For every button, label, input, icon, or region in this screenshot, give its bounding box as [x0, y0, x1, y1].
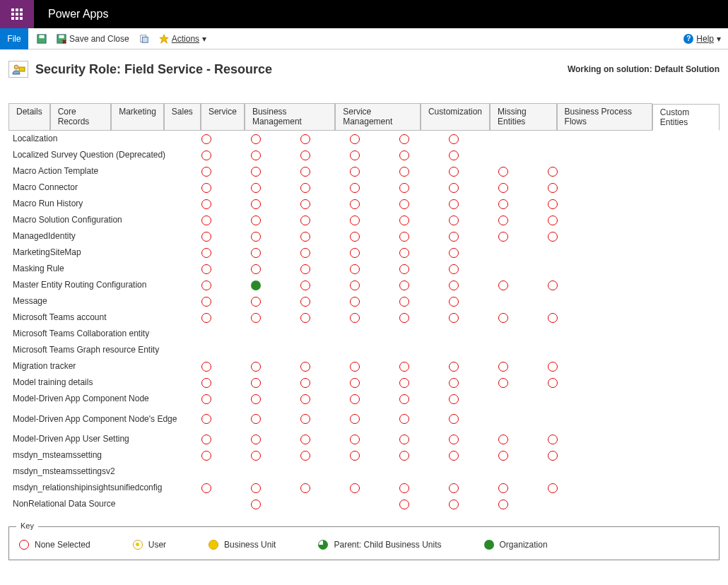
entity-name[interactable]: Microsoft Teams account — [8, 312, 182, 322]
privilege-none[interactable] — [201, 394, 211, 404]
privilege-none[interactable] — [350, 414, 360, 424]
privilege-none[interactable] — [449, 378, 459, 388]
entity-name[interactable]: Masking Rule — [8, 264, 182, 273]
entity-name[interactable]: Microsoft Teams Collaboration entity — [8, 329, 182, 338]
privilege-none[interactable] — [399, 297, 409, 307]
tab-customization[interactable]: Customization — [421, 103, 490, 130]
privilege-none[interactable] — [548, 183, 558, 193]
privilege-none[interactable] — [449, 199, 459, 209]
privilege-none[interactable] — [201, 378, 211, 388]
privilege-none[interactable] — [251, 414, 261, 424]
privilege-none[interactable] — [300, 394, 310, 404]
privilege-none[interactable] — [548, 167, 558, 177]
privilege-none[interactable] — [251, 183, 261, 193]
privilege-none[interactable] — [251, 362, 261, 372]
privilege-none[interactable] — [449, 167, 459, 177]
privilege-none[interactable] — [548, 232, 558, 242]
privilege-none[interactable] — [300, 280, 310, 290]
privilege-none[interactable] — [449, 183, 459, 193]
entity-name[interactable]: Model-Driven App User Setting — [8, 434, 182, 444]
tab-service[interactable]: Service — [201, 103, 245, 130]
privilege-none[interactable] — [399, 199, 409, 209]
entity-name[interactable]: msdyn_msteamssettingsv2 — [8, 466, 182, 476]
privilege-none[interactable] — [350, 215, 360, 225]
privilege-none[interactable] — [498, 183, 508, 193]
privilege-none[interactable] — [350, 378, 360, 388]
entity-name[interactable]: Model-Driven App Component Node — [8, 394, 182, 403]
privilege-none[interactable] — [300, 451, 310, 461]
privilege-none[interactable] — [201, 313, 211, 323]
privilege-none[interactable] — [251, 483, 261, 493]
entity-name[interactable]: Macro Run History — [8, 199, 182, 208]
privilege-none[interactable] — [399, 264, 409, 274]
privilege-none[interactable] — [449, 435, 459, 444]
privilege-none[interactable] — [449, 150, 459, 160]
toolbar-icon-button[interactable] — [139, 34, 149, 44]
privilege-none[interactable] — [251, 264, 261, 274]
privilege-none[interactable] — [399, 451, 409, 461]
privilege-none[interactable] — [498, 500, 508, 509]
help-menu[interactable]: ? Help ▾ — [683, 34, 721, 44]
tab-business-process-flows[interactable]: Business Process Flows — [557, 103, 652, 130]
privilege-grid[interactable]: LocalizationLocalized Survey Question (D… — [0, 131, 728, 512]
privilege-none[interactable] — [399, 378, 409, 388]
privilege-none[interactable] — [201, 362, 211, 372]
privilege-none[interactable] — [251, 394, 261, 404]
privilege-none[interactable] — [449, 215, 459, 225]
privilege-none[interactable] — [449, 362, 459, 372]
privilege-none[interactable] — [399, 150, 409, 160]
privilege-none[interactable] — [201, 435, 211, 444]
privilege-none[interactable] — [399, 215, 409, 225]
privilege-none[interactable] — [548, 378, 558, 388]
privilege-none[interactable] — [449, 264, 459, 274]
privilege-none[interactable] — [399, 435, 409, 444]
entity-name[interactable]: Master Entity Routing Configuration — [8, 280, 182, 290]
privilege-none[interactable] — [399, 248, 409, 258]
privilege-none[interactable] — [300, 183, 310, 193]
privilege-none[interactable] — [498, 362, 508, 372]
privilege-none[interactable] — [251, 199, 261, 209]
tab-details[interactable]: Details — [8, 103, 50, 130]
tab-core-records[interactable]: Core Records — [50, 103, 111, 130]
privilege-none[interactable] — [498, 232, 508, 242]
privilege-none[interactable] — [548, 451, 558, 461]
privilege-none[interactable] — [548, 199, 558, 209]
privilege-none[interactable] — [399, 313, 409, 323]
waffle-launcher[interactable] — [0, 0, 34, 28]
privilege-none[interactable] — [201, 167, 211, 177]
tab-marketing[interactable]: Marketing — [111, 103, 164, 130]
privilege-none[interactable] — [300, 199, 310, 209]
privilege-none[interactable] — [399, 483, 409, 493]
privilege-none[interactable] — [350, 435, 360, 444]
privilege-none[interactable] — [449, 500, 459, 509]
privilege-none[interactable] — [449, 248, 459, 258]
privilege-none[interactable] — [300, 378, 310, 388]
privilege-none[interactable] — [251, 451, 261, 461]
privilege-none[interactable] — [251, 167, 261, 177]
privilege-none[interactable] — [251, 232, 261, 242]
privilege-none[interactable] — [449, 297, 459, 307]
privilege-none[interactable] — [300, 264, 310, 274]
tab-service-management[interactable]: Service Management — [335, 103, 421, 130]
privilege-none[interactable] — [399, 167, 409, 177]
privilege-none[interactable] — [201, 280, 211, 290]
entity-name[interactable]: Microsoft Teams Graph resource Entity — [8, 345, 182, 355]
privilege-none[interactable] — [350, 451, 360, 461]
privilege-none[interactable] — [251, 313, 261, 323]
privilege-none[interactable] — [399, 500, 409, 509]
entity-name[interactable]: msdyn_relationshipinsightsunifiedconfig — [8, 483, 182, 492]
privilege-none[interactable] — [449, 313, 459, 323]
privilege-none[interactable] — [548, 362, 558, 372]
privilege-none[interactable] — [498, 451, 508, 461]
privilege-none[interactable] — [350, 167, 360, 177]
entity-name[interactable]: NonRelational Data Source — [8, 499, 182, 509]
privilege-none[interactable] — [548, 313, 558, 323]
privilege-none[interactable] — [498, 280, 508, 290]
privilege-none[interactable] — [399, 280, 409, 290]
entity-name[interactable]: Message — [8, 296, 182, 306]
privilege-none[interactable] — [399, 362, 409, 372]
privilege-none[interactable] — [350, 280, 360, 290]
privilege-none[interactable] — [350, 183, 360, 193]
privilege-none[interactable] — [350, 199, 360, 209]
tab-missing-entities[interactable]: Missing Entities — [490, 103, 557, 130]
